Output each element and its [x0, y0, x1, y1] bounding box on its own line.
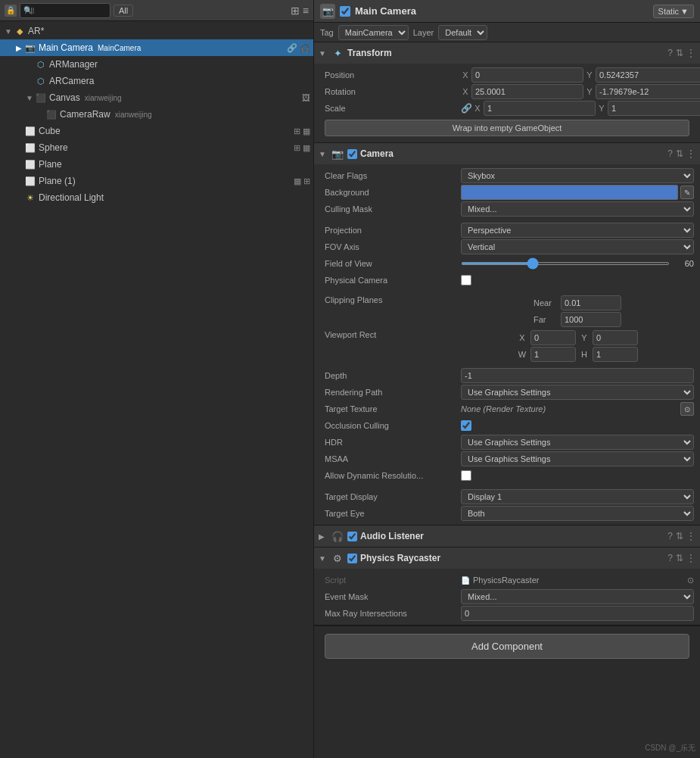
inspector-header: 📷 Main Camera Static ▼	[314, 0, 700, 23]
plane1-icon2[interactable]: ⊞	[303, 176, 310, 186]
occlusion-culling-row: Occlusion Culling	[314, 417, 700, 434]
occlusion-culling-checkbox[interactable]	[461, 420, 471, 431]
dynamic-res-value	[461, 470, 694, 481]
hdr-value: Use Graphics Settings	[461, 435, 694, 450]
target-eye-select[interactable]: Both	[461, 506, 694, 521]
fov-axis-select[interactable]: Vertical	[461, 239, 694, 254]
sphere-icon1[interactable]: ⊞	[294, 143, 300, 153]
tree-item-label: AR*	[28, 26, 44, 36]
tree-item-main-camera[interactable]: ▶ 📷 Main Camera MainCamera 🔗 🎧	[0, 39, 313, 56]
script-row: Script 📄 PhysicsRaycaster ⊙	[314, 572, 700, 588]
expand-arrow-icon: ▼	[319, 49, 328, 58]
projection-label: Projection	[325, 226, 461, 235]
audio-listener-enable-checkbox[interactable]	[347, 532, 357, 541]
transform-header[interactable]: ▼ ✦ Transform ? ⇅ ⋮	[314, 42, 700, 64]
lock-icon[interactable]: 🔒	[5, 5, 17, 17]
sphere-icon2[interactable]: ▦	[303, 143, 310, 153]
tree-item-camera-raw[interactable]: ⬛ CameraRaw xianweijing	[0, 106, 313, 123]
event-mask-row: Event Mask Mixed...	[314, 588, 700, 605]
arrow-icon: ▼	[24, 94, 35, 102]
more-icon[interactable]: ⋮	[686, 553, 695, 563]
camera-right-icon1[interactable]: 🔗	[287, 43, 297, 53]
object-enable-checkbox[interactable]	[340, 6, 350, 17]
script-picker-button[interactable]: ⊙	[687, 576, 694, 585]
help-icon[interactable]: ?	[667, 148, 673, 159]
background-color-field[interactable]	[461, 185, 678, 200]
more-icon[interactable]: ⋮	[686, 148, 695, 159]
tree-item-ar-root[interactable]: ▼ ◆ AR*	[0, 23, 313, 39]
audio-listener-header[interactable]: ▶ 🎧 Audio Listener ? ⇅ ⋮	[314, 526, 700, 547]
tree-item-ar-manager[interactable]: ⬡ ARManager	[0, 56, 313, 73]
tree-item-ar-camera[interactable]: ⬡ ARCamera	[0, 73, 313, 89]
max-ray-input[interactable]	[461, 606, 694, 621]
clipping-far-input[interactable]	[561, 312, 621, 327]
clipping-near-input[interactable]	[561, 295, 621, 310]
target-texture-picker-button[interactable]: ⊙	[680, 402, 694, 416]
scale-value: 🔗 X Y Z	[461, 101, 700, 116]
scale-y-input[interactable]	[608, 101, 700, 116]
hierarchy-toolbar-icons: ⊞ ≡	[291, 5, 309, 17]
cube-icon1[interactable]: ⊞	[294, 126, 300, 136]
tree-item-dir-light[interactable]: ☀ Directional Light	[0, 189, 313, 206]
settings-icon[interactable]: ⇅	[676, 48, 683, 58]
tree-item-plane[interactable]: ⬜ Plane	[0, 156, 313, 173]
physical-camera-checkbox[interactable]	[461, 275, 471, 285]
canvas-icon1[interactable]: 🖼	[302, 93, 310, 102]
tree-item-cube[interactable]: ⬜ Cube ⊞ ▦	[0, 123, 313, 139]
settings-icon[interactable]: ⇅	[676, 148, 683, 159]
all-button[interactable]: All	[114, 5, 133, 17]
viewport-w-input[interactable]	[530, 347, 576, 362]
settings-icon[interactable]: ⇅	[676, 553, 683, 563]
scale-x-input[interactable]	[484, 101, 596, 116]
event-mask-select[interactable]: Mixed...	[461, 589, 694, 604]
position-x-input[interactable]	[471, 67, 583, 83]
physics-raycaster-component: ▼ ⚙ Physics Raycaster ? ⇅ ⋮ Script 📄 Phy…	[314, 547, 700, 625]
hierarchy-icon1[interactable]: ⊞	[291, 5, 300, 17]
target-display-select[interactable]: Display 1	[461, 489, 694, 504]
msaa-select[interactable]: Use Graphics Settings	[461, 451, 694, 466]
dynamic-res-checkbox[interactable]	[461, 470, 471, 481]
physics-raycaster-enable-checkbox[interactable]	[347, 554, 357, 563]
viewport-h-input[interactable]	[593, 347, 638, 362]
camera-right-icon2[interactable]: 🎧	[300, 43, 310, 53]
rotation-x-input[interactable]	[471, 84, 583, 99]
tree-item-sphere[interactable]: ⬜ Sphere ⊞ ▦	[0, 139, 313, 156]
fov-slider[interactable]	[461, 262, 670, 265]
camera-header[interactable]: ▼ 📷 Camera ? ⇅ ⋮	[314, 143, 700, 164]
add-component-button[interactable]: Add Component	[325, 634, 689, 659]
more-icon[interactable]: ⋮	[686, 531, 695, 541]
static-button[interactable]: Static ▼	[653, 5, 694, 18]
hdr-select[interactable]: Use Graphics Settings	[461, 435, 694, 450]
layer-select[interactable]: Default	[438, 25, 487, 40]
color-picker-button[interactable]: ✎	[680, 186, 694, 199]
cube-icon2[interactable]: ▦	[303, 126, 310, 136]
viewport-y-input[interactable]	[593, 330, 638, 345]
depth-input[interactable]	[461, 368, 694, 383]
rendering-path-select[interactable]: Use Graphics Settings	[461, 385, 694, 400]
culling-mask-select[interactable]: Mixed...	[461, 201, 694, 217]
hierarchy-search-input[interactable]	[20, 3, 110, 18]
hierarchy-icon2[interactable]: ≡	[303, 5, 309, 17]
more-icon[interactable]: ⋮	[686, 48, 695, 58]
viewport-x-input[interactable]	[530, 330, 576, 345]
plane1-icon1[interactable]: ▦	[294, 176, 301, 186]
lock-icon[interactable]: 🔗	[461, 103, 471, 114]
tag-select[interactable]: MainCamera	[338, 25, 409, 40]
arrow-icon: ▶	[14, 44, 24, 52]
layer-label: Layer	[413, 28, 434, 37]
target-display-value: Display 1	[461, 489, 694, 504]
position-y-input[interactable]	[596, 67, 700, 83]
transform-name: Transform	[347, 48, 392, 58]
rotation-y-input[interactable]	[596, 84, 700, 99]
help-icon[interactable]: ?	[667, 48, 673, 58]
help-icon[interactable]: ?	[667, 553, 673, 563]
physics-raycaster-header[interactable]: ▼ ⚙ Physics Raycaster ? ⇅ ⋮	[314, 547, 700, 569]
help-icon[interactable]: ?	[667, 531, 673, 541]
tree-item-canvas[interactable]: ▼ ⬛ Canvas xianweijing 🖼	[0, 89, 313, 106]
tree-item-plane1[interactable]: ⬜ Plane (1) ▦ ⊞	[0, 173, 313, 189]
settings-icon[interactable]: ⇅	[676, 531, 683, 541]
wrap-empty-gameobject-button[interactable]: Wrap into empty GameObject	[325, 120, 689, 136]
clear-flags-select[interactable]: Skybox	[461, 168, 694, 183]
projection-select[interactable]: Perspective	[461, 223, 694, 238]
camera-enable-checkbox[interactable]	[347, 149, 357, 159]
